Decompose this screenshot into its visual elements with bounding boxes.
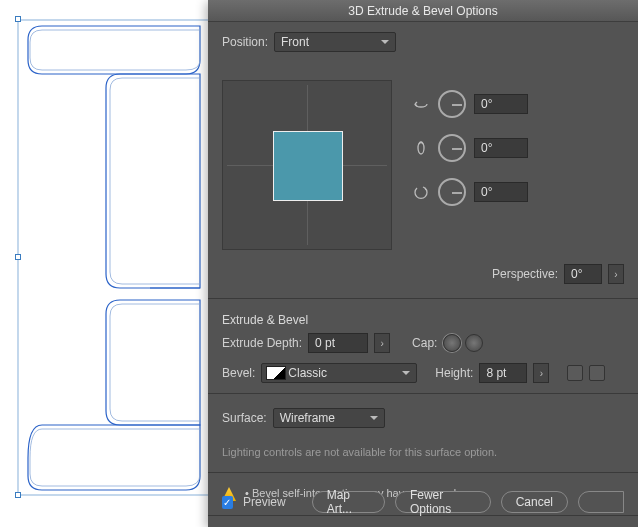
fewer-options-button[interactable]: Fewer Options [395,491,491,513]
selection-handle[interactable] [15,254,21,260]
cancel-button[interactable]: Cancel [501,491,568,513]
extrude-depth-stepper[interactable]: › [374,333,390,353]
position-value: Front [281,35,309,49]
dialog-title: 3D Extrude & Bevel Options [208,0,638,22]
extrude-depth-label: Extrude Depth: [222,336,302,350]
height-stepper[interactable]: › [533,363,549,383]
rotate-x-input[interactable]: 0° [474,94,528,114]
extrude-section-title: Extrude & Bevel [208,303,638,333]
document-canvas[interactable] [0,0,210,527]
surface-value: Wireframe [280,411,335,425]
surface-select[interactable]: Wireframe [273,408,385,428]
surface-label: Surface: [222,411,267,425]
perspective-label: Perspective: [492,267,558,281]
extrude-bevel-dialog: 3D Extrude & Bevel Options Position: Fro… [208,0,638,527]
bevel-swatch-icon [266,366,286,380]
rotate-z-icon [412,183,430,201]
height-label: Height: [435,366,473,380]
preview-checkbox[interactable]: ✓ [222,496,233,509]
rotate-z-dial[interactable] [438,178,466,206]
rotate-z-input[interactable]: 0° [474,182,528,202]
position-select[interactable]: Front [274,32,396,52]
rotate-y-dial[interactable] [438,134,466,162]
position-label: Position: [222,35,268,49]
perspective-input[interactable]: 0° [564,264,602,284]
bevel-select[interactable]: Classic [261,363,417,383]
selection-handle[interactable] [15,492,21,498]
cap-off-button[interactable] [465,334,483,352]
bevel-label: Bevel: [222,366,255,380]
perspective-stepper[interactable]: › [608,264,624,284]
rotation-preview[interactable] [222,80,392,250]
lighting-note: Lighting controls are not available for … [208,442,638,468]
bevel-extent-out-icon[interactable] [589,365,605,381]
selection-handle[interactable] [15,16,21,22]
cap-on-button[interactable] [443,334,461,352]
bevel-value: Classic [288,366,327,380]
map-art-button[interactable]: Map Art... [312,491,385,513]
bevel-extent-in-icon[interactable] [567,365,583,381]
height-input[interactable]: 8 pt [479,363,527,383]
cap-label: Cap: [412,336,437,350]
rotate-x-dial[interactable] [438,90,466,118]
rotate-y-icon [412,139,430,157]
preview-label: Preview [243,495,286,509]
preview-face[interactable] [273,131,343,201]
artwork-outline [0,0,210,527]
rotate-y-input[interactable]: 0° [474,138,528,158]
ok-button-partial[interactable] [578,491,624,513]
rotate-x-icon [412,95,430,113]
extrude-depth-input[interactable]: 0 pt [308,333,368,353]
